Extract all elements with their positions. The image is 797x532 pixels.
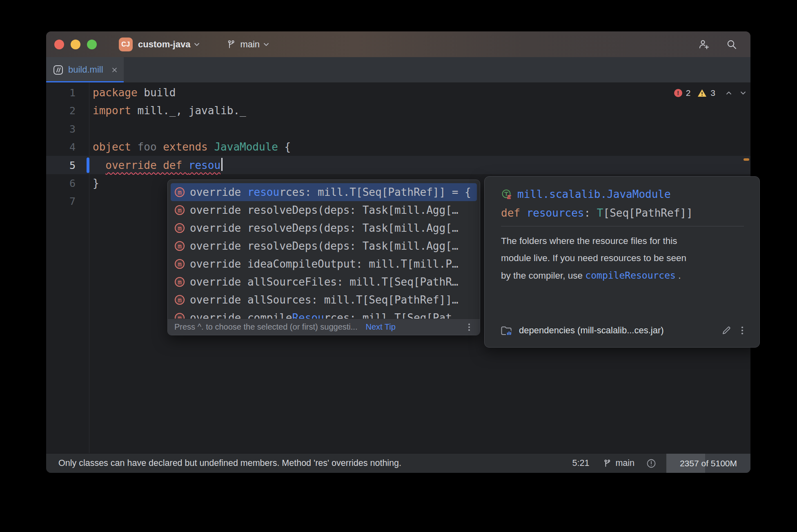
git-branch-icon bbox=[227, 40, 236, 49]
titlebar-actions bbox=[697, 38, 741, 51]
text-caret bbox=[221, 158, 223, 171]
editor-tab-bar: build.mill bbox=[46, 57, 750, 82]
chevron-down-icon bbox=[193, 41, 200, 48]
completion-footer: Press ^. to choose the selected (or firs… bbox=[168, 319, 480, 335]
status-branch-widget[interactable]: main bbox=[603, 458, 634, 468]
completion-hint: Press ^. to choose the selected (or firs… bbox=[174, 322, 357, 332]
line-number: 5 bbox=[46, 160, 76, 171]
previous-problem-icon[interactable] bbox=[725, 89, 733, 97]
warning-count: 3 bbox=[710, 88, 715, 98]
line-number: 7 bbox=[46, 195, 76, 207]
code-with-me-icon[interactable] bbox=[697, 38, 710, 51]
code-line-2[interactable]: 2import mill._, javalib._ bbox=[46, 102, 750, 120]
line-number: 6 bbox=[46, 177, 76, 189]
completion-item[interactable]: moverride allSources: mill.T[Seq[PathRef… bbox=[171, 291, 477, 309]
ide-window: CJ custom-java main bbox=[46, 31, 750, 473]
line-number: 4 bbox=[46, 141, 76, 153]
method-icon: m bbox=[175, 223, 185, 233]
method-icon: m bbox=[175, 313, 185, 319]
line-number: 3 bbox=[46, 123, 76, 135]
scala-trait-icon bbox=[501, 188, 512, 200]
completion-popup: moverride resources: mill.T[Seq[PathRef]… bbox=[167, 180, 480, 335]
error-icon: ! bbox=[674, 89, 682, 97]
code-text: override def resou bbox=[93, 156, 223, 175]
git-branch-icon bbox=[603, 459, 612, 468]
doc-description-line: module live. If you need resources to be… bbox=[501, 250, 744, 267]
caret-position[interactable]: 5:21 bbox=[572, 458, 590, 468]
memory-indicator[interactable]: 2357 of 5100M bbox=[666, 454, 750, 473]
compile-resources-link[interactable]: compileResources bbox=[585, 270, 676, 281]
branch-name: main bbox=[240, 39, 260, 50]
doc-separator bbox=[501, 226, 744, 226]
code-editor[interactable]: 1package build2import mill._, javalib._3… bbox=[46, 82, 750, 453]
doc-dependency-row[interactable]: dependencies (mill-scalalib...ces.jar) bbox=[500, 324, 746, 337]
branch-widget[interactable]: main bbox=[227, 39, 270, 50]
code-text: object foo extends JavaModule { bbox=[93, 138, 291, 156]
doc-description: The folders where the resource files for… bbox=[501, 233, 744, 284]
error-count: 2 bbox=[686, 88, 691, 98]
doc-header: mill.scalalib.JavaModule bbox=[501, 188, 744, 200]
project-switcher[interactable]: CJ custom-java bbox=[119, 38, 200, 51]
completion-item[interactable]: moverride resolveDeps(deps: Task[mill.Ag… bbox=[171, 201, 477, 219]
tab-label: build.mill bbox=[68, 64, 107, 75]
method-icon: m bbox=[175, 241, 185, 251]
library-folder-icon bbox=[500, 324, 512, 337]
search-icon[interactable] bbox=[726, 39, 737, 50]
project-name: custom-java bbox=[138, 39, 190, 50]
documentation-popup: mill.scalalib.JavaModule def resources: … bbox=[484, 176, 760, 348]
status-message: Only classes can have declared but undef… bbox=[58, 458, 401, 468]
doc-signature: def resources: T[Seq[PathRef]] bbox=[501, 207, 744, 219]
code-text: package build bbox=[93, 84, 176, 102]
problems-icon[interactable] bbox=[646, 458, 657, 469]
next-problem-icon[interactable] bbox=[739, 89, 747, 97]
tab-build-mill[interactable]: build.mill bbox=[46, 57, 124, 82]
fullscreen-window-button[interactable] bbox=[87, 40, 97, 49]
completion-item[interactable]: moverride resolveDeps(deps: Task[mill.Ag… bbox=[171, 219, 477, 237]
close-window-button[interactable] bbox=[54, 40, 64, 49]
method-icon: m bbox=[175, 295, 185, 305]
doc-type-path[interactable]: mill.scalalib.JavaModule bbox=[517, 188, 671, 200]
doc-description-line: The folders where the resource files for… bbox=[501, 233, 744, 250]
close-tab-icon[interactable] bbox=[111, 66, 118, 73]
code-line-1[interactable]: 1package build bbox=[46, 84, 750, 102]
kebab-menu-icon[interactable] bbox=[465, 323, 473, 332]
dependency-label: dependencies (mill-scalalib...ces.jar) bbox=[519, 325, 664, 336]
project-avatar: CJ bbox=[119, 38, 133, 51]
code-line-3[interactable]: 3 bbox=[46, 120, 750, 138]
method-icon: m bbox=[175, 259, 185, 269]
minimize-window-button[interactable] bbox=[71, 40, 80, 49]
line-number: 2 bbox=[46, 105, 76, 117]
memory-usage-text: 2357 of 5100M bbox=[666, 454, 750, 473]
completion-item[interactable]: moverride allSourceFiles: mill.T[Seq[Pat… bbox=[171, 273, 477, 291]
kebab-menu-icon[interactable] bbox=[738, 326, 746, 335]
completion-item[interactable]: moverride resolveDeps(deps: Task[mill.Ag… bbox=[171, 237, 477, 255]
method-icon: m bbox=[175, 187, 185, 197]
doc-description-line: by the compiler, use compileResources . bbox=[501, 267, 744, 284]
titlebar: CJ custom-java main bbox=[46, 31, 750, 57]
line-number: 1 bbox=[46, 87, 76, 99]
completion-item[interactable]: moverride resources: mill.T[Seq[PathRef]… bbox=[171, 183, 477, 201]
method-icon: m bbox=[175, 205, 185, 215]
code-line-4[interactable]: 4object foo extends JavaModule { bbox=[46, 138, 750, 156]
code-text: } bbox=[93, 174, 99, 193]
method-icon: m bbox=[175, 277, 185, 287]
window-controls bbox=[54, 40, 97, 49]
completion-item[interactable]: moverride compileResources: mill.T[Seq[P… bbox=[171, 309, 477, 319]
completion-item[interactable]: moverride ideaCompileOutput: mill.T[mill… bbox=[171, 255, 477, 273]
code-text: import mill._, javalib._ bbox=[93, 102, 246, 120]
warning-icon bbox=[697, 89, 707, 98]
chevron-down-icon bbox=[263, 41, 270, 48]
next-tip-link[interactable]: Next Tip bbox=[365, 322, 395, 332]
edit-icon[interactable] bbox=[721, 325, 732, 336]
screen: { "titlebar": { "project_badge": "CJ", "… bbox=[0, 0, 797, 532]
code-line-5[interactable]: 5 override def resou bbox=[46, 156, 750, 175]
scrollbar-warning-stripe bbox=[744, 158, 749, 161]
status-bar: Only classes can have declared but undef… bbox=[46, 453, 750, 473]
inspections-widget[interactable]: ! 2 3 bbox=[674, 88, 747, 98]
status-branch-name: main bbox=[615, 458, 634, 468]
mill-file-icon bbox=[53, 64, 64, 75]
